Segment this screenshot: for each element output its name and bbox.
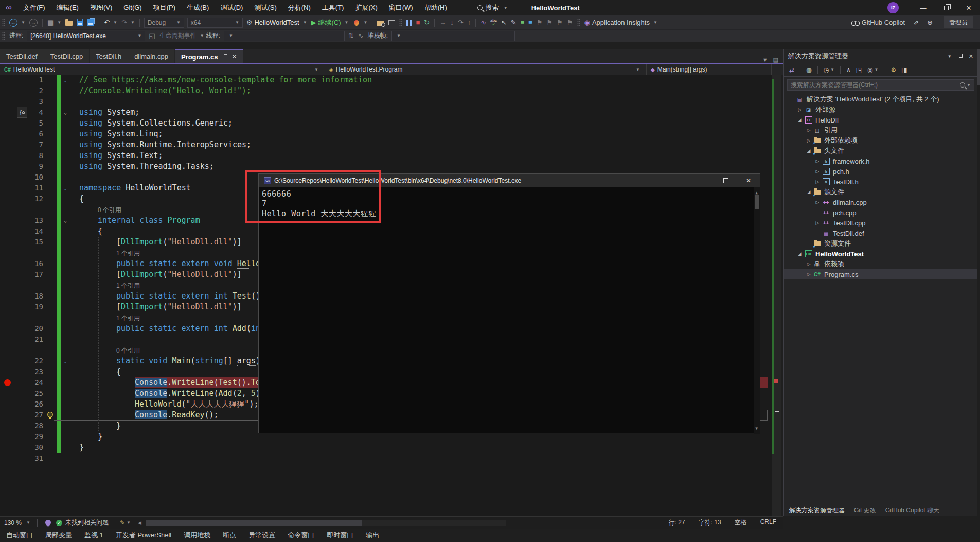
menu-item-project[interactable]: 项目(P) [148,0,181,15]
tree-item--[interactable]: ▼资源文件 [784,238,977,249]
break-all-button[interactable] [404,16,414,29]
fold-margin[interactable] [61,377,70,388]
menu-item-git[interactable]: Git(G) [118,0,147,15]
code-line[interactable]: 6using System.Linq; [0,129,772,139]
scroll-left-icon[interactable]: ◀ [138,520,141,526]
code-line[interactable]: 2//Console.WriteLine("Hello, World!"); [0,85,772,96]
scroll-thumb[interactable] [146,520,362,526]
tree-item-framework.h[interactable]: ▷hframework.h [784,156,977,166]
breakpoint-margin[interactable] [0,75,15,85]
save-button[interactable] [75,16,85,29]
tab-testdll-def[interactable]: TestDll.def [0,49,44,63]
panel-close-icon[interactable]: ✕ [969,53,973,60]
console-maximize-button[interactable] [715,174,737,187]
fold-margin[interactable] [61,323,70,334]
step-out-button[interactable]: ↑ [466,16,473,29]
navigate-forward-button[interactable]: → [27,16,40,29]
breakpoint-margin[interactable] [0,356,15,366]
select-pointer-button[interactable]: ↖ [499,16,509,29]
tree-item--helloworldtest-2-2-[interactable]: ▤解决方案 'HelloWorldTest' (2 个项目, 共 2 个) [784,94,977,104]
breakpoint-margin[interactable] [0,280,15,291]
tree-item--[interactable]: ◢▼头文件 [784,146,977,156]
application-insights-button[interactable]: ◉Application Insights▼ [582,16,660,29]
redo-button[interactable]: ↷▼ [119,16,137,29]
console-minimize-button[interactable]: — [692,174,715,187]
show-next-statement-button[interactable]: → [437,16,448,29]
tool-window-tab[interactable]: 异常设置 [248,531,275,540]
process-dropdown[interactable]: [26648] HelloWorldTest.exe▼ [27,31,145,41]
fold-margin[interactable] [61,399,70,410]
expander-icon[interactable]: ▷ [805,138,813,143]
tree-item--[interactable]: ▷◫引用 [784,125,977,135]
breakpoint-margin[interactable] [0,183,15,194]
breakpoint-margin[interactable] [0,139,15,150]
fold-margin[interactable] [61,139,70,150]
breakpoint-margin[interactable] [0,366,15,377]
breakpoint-margin[interactable] [0,291,15,302]
panel-tab-idle[interactable]: GitHub Copilot 聊天 [885,506,939,515]
fold-margin[interactable] [61,161,70,172]
format-selection-button[interactable]: ≡ [526,16,534,29]
editor-vertical-scrollbar[interactable] [772,75,781,516]
fold-margin[interactable]: ⌄ [61,215,70,226]
tool-window-tab[interactable]: 监视 1 [84,531,103,540]
fold-margin[interactable] [61,204,70,215]
stop-debugging-button[interactable]: ■ [414,16,422,29]
tool-window-tab[interactable]: 调用堆栈 [184,531,210,540]
diagnostic-tools-button[interactable]: ∿ [478,16,488,29]
breakpoint-margin[interactable] [0,129,15,139]
expander-icon[interactable]: ▷ [805,272,813,277]
breakpoint-margin[interactable] [0,258,15,269]
format-document-button[interactable]: ≡ [519,16,527,29]
save-all-button[interactable] [85,16,96,29]
sync-button[interactable]: ◍ [804,65,813,75]
document-list-icon[interactable]: ▤ [773,57,778,63]
lifecycle-events-button[interactable]: ◱ [147,30,157,42]
breakpoint-margin[interactable] [0,194,15,204]
code-line[interactable]: 31 [0,453,772,464]
menu-item-edit[interactable]: 编辑(E) [51,0,84,15]
fold-margin[interactable] [61,258,70,269]
breadcrumb-project[interactable]: C#HelloWorldTest▼ [0,64,325,75]
tree-item-pch.h[interactable]: ▷hpch.h [784,166,977,177]
properties-button[interactable]: ⚙ [889,65,899,75]
browser-window-button[interactable] [386,16,397,29]
breakpoint-margin[interactable] [0,204,15,215]
tree-item-testdll.cpp[interactable]: ▷++TestDll.cpp [784,218,977,228]
fold-margin[interactable]: ⌄ [61,356,70,366]
breakpoint-margin[interactable] [0,334,15,345]
codelens-references[interactable]: 1 个引用 [116,314,140,322]
expander-icon[interactable]: ◢ [796,251,804,256]
send-feedback-button[interactable]: ⊕ [925,16,935,29]
search-control[interactable]: 搜索 ▼ [477,3,508,12]
tree-item--[interactable]: ▷↗外部依赖项 [784,135,977,146]
close-button[interactable]: ✕ [957,0,980,15]
open-file-button[interactable] [63,16,75,29]
code-line[interactable]: 9using System.Threading.Tasks; [0,161,772,172]
tool-window-tab[interactable]: 输出 [366,531,379,540]
fold-margin[interactable]: ⌄ [61,75,70,85]
expander-icon[interactable]: ▷ [813,159,822,164]
fold-margin[interactable] [61,334,70,345]
fold-margin[interactable] [61,269,70,280]
expander-icon[interactable]: ▷ [813,200,822,205]
new-project-button[interactable]: ▤▼ [45,16,63,29]
fold-margin[interactable]: ⌄ [61,183,70,194]
navigate-back-button[interactable]: ←▼ [7,16,27,29]
breakpoint-margin[interactable] [0,118,15,129]
menu-item-analyze[interactable]: 分析(N) [282,0,316,15]
fold-margin[interactable] [61,366,70,377]
bookmark-clear-button[interactable]: ⚑ [565,16,575,29]
github-copilot-button[interactable]: GitHub Copilot [849,16,907,29]
step-over-button[interactable]: ↷ [456,16,466,29]
fold-margin[interactable] [61,312,70,323]
panel-tab-active[interactable]: 解决方案资源管理器 [789,506,845,515]
code-line[interactable]: 30} [0,442,772,453]
fold-margin[interactable] [61,85,70,96]
breakpoint-margin[interactable] [0,248,15,258]
tree-item--[interactable]: ▷◪外部源 [784,104,977,115]
scroll-thumb[interactable] [755,195,759,209]
fold-margin[interactable] [61,248,70,258]
breakpoint-margin[interactable] [0,399,15,410]
breakpoint-margin[interactable] [0,377,15,388]
